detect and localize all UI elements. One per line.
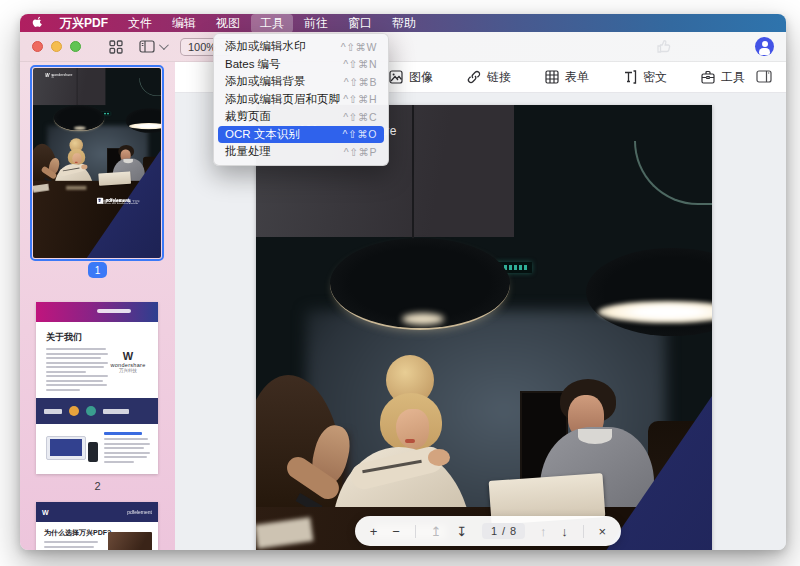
page-navigation-toolbar: + − ↥ ↧ 1 / 8 ↑ ↓ × (355, 516, 621, 546)
document-page-1: W wondershare 创想 pdfelement 专业版 The Comp… (256, 105, 712, 550)
account-avatar[interactable] (755, 37, 774, 56)
photo-lamp-cable-curve (634, 141, 712, 205)
menu-item-watermark[interactable]: 添加或编辑水印 ^⇧⌘W (218, 38, 384, 56)
blue-subheading-placeholder (104, 432, 142, 435)
menu-item-ocr[interactable]: OCR 文本识别 ^⇧⌘O (218, 126, 384, 144)
menubar-item-help[interactable]: 帮助 (383, 14, 425, 33)
page-thumbnail-2[interactable]: 关于我们 W wondershare 万兴科技 (36, 302, 158, 474)
menu-item-shortcut: ^⇧⌘C (343, 111, 377, 123)
photo-woman1-hand (428, 449, 450, 466)
last-page-button[interactable]: ↧ (456, 524, 467, 539)
page-indicator[interactable]: 1 / 8 (482, 523, 525, 539)
zoom-out-button[interactable]: − (392, 524, 400, 539)
photo-man-collar (123, 159, 133, 163)
partner-logo (44, 409, 62, 414)
toolbar-item-image[interactable]: 图像 (389, 69, 433, 86)
photo-lamp-cable (412, 105, 414, 241)
w-mark: W (42, 509, 49, 516)
zoom-level-value: 100% (188, 41, 216, 53)
menu-item-shortcut: ^⇧⌘H (343, 93, 377, 105)
divider (415, 525, 416, 538)
menubar-item-appname[interactable]: 万兴PDF (51, 14, 117, 33)
first-page-button[interactable]: ↥ (430, 524, 441, 539)
photo-lamp-glow-left (402, 313, 444, 325)
menubar-item-view[interactable]: 视图 (207, 14, 249, 33)
feedback-icon[interactable] (656, 39, 671, 54)
page-thumbnail-3[interactable]: W pdfelement 为什么选择万兴PDF? (36, 502, 158, 550)
page2-heading: 关于我们 (46, 331, 158, 344)
menu-item-batch[interactable]: 批量处理 ^⇧⌘P (218, 143, 384, 161)
avatar-person-icon (762, 41, 768, 47)
redact-icon (623, 70, 637, 84)
page1-photo: W wondershare 创想 pdfelement 专业版 The Comp… (33, 68, 161, 258)
menu-item-background[interactable]: 添加或编辑背景 ^⇧⌘B (218, 73, 384, 91)
sidebar-panel-toggle[interactable] (139, 40, 166, 53)
menubar-item-window[interactable]: 窗口 (339, 14, 381, 33)
toolbar-item-tools[interactable]: 工具 (701, 69, 745, 86)
photo-man-collar (578, 429, 612, 444)
thumb1-photo-slot: W wondershare 创想 pdfelement 专业版 The Comp… (33, 68, 161, 258)
photo-papers (66, 186, 86, 190)
avatar-person-body (759, 48, 770, 55)
photo-woman1-hand (81, 165, 87, 170)
toolbar-label: 链接 (487, 69, 511, 86)
photo-laptop (98, 171, 131, 186)
page-number-badge-1: 1 (88, 262, 107, 278)
page-thumbnail-1[interactable]: W wondershare 创想 pdfelement 专业版 The Comp… (33, 68, 161, 258)
toolbar-item-form[interactable]: 表单 (545, 69, 589, 86)
menu-item-bates[interactable]: Bates 编号 ^⇧⌘N (218, 56, 384, 74)
page2-partner-band (36, 398, 158, 424)
w-mark: W (106, 350, 150, 362)
page2-banner (36, 302, 158, 322)
badge-circle-teal (86, 406, 96, 416)
close-window-button[interactable] (32, 41, 43, 52)
apple-menu-icon[interactable] (32, 16, 45, 30)
menu-item-shortcut: ^⇧⌘O (343, 128, 377, 140)
menu-item-crop[interactable]: 裁剪页面 ^⇧⌘C (218, 108, 384, 126)
menu-item-label: 添加或编辑背景 (225, 74, 306, 89)
photo-lamp-glow-right (129, 123, 161, 129)
previous-page-button[interactable]: ↑ (540, 524, 547, 539)
close-pager-button[interactable]: × (598, 524, 606, 539)
toolbox-icon (701, 70, 715, 84)
divider (583, 525, 584, 538)
toolbar-item-redact[interactable]: 密文 (623, 69, 667, 86)
menubar-item-file[interactable]: 文件 (119, 14, 161, 33)
page1-wondershare-logo: W wondershare 创想 (45, 74, 51, 78)
brand-name: wondershare (52, 74, 73, 77)
total-pages: 8 (510, 525, 516, 537)
image-icon (389, 70, 403, 84)
next-page-button[interactable]: ↓ (561, 524, 568, 539)
thumbnail-grid-icon[interactable] (109, 40, 123, 54)
menu-item-shortcut: ^⇧⌘B (344, 76, 377, 88)
toolbar-item-link[interactable]: 链接 (467, 69, 511, 86)
photo-lamp-glow-left (74, 126, 86, 129)
page-thumbnails-sidebar: W wondershare 创想 pdfelement 专业版 The Comp… (20, 62, 175, 550)
page2-wondershare-logo: W wondershare 万兴科技 (106, 350, 150, 373)
right-panel-toggle[interactable] (756, 70, 772, 83)
page-number-label-2: 2 (20, 480, 175, 492)
page2-text-block (46, 348, 108, 391)
menu-item-label: 批量处理 (225, 144, 271, 159)
badge-circle-orange (69, 406, 79, 416)
menu-item-label: 添加或编辑水印 (225, 39, 306, 54)
menu-item-header-footer[interactable]: 添加或编辑页眉和页脚 ^⇧⌘H (218, 91, 384, 109)
menubar-item-tools[interactable]: 工具 (251, 14, 293, 33)
photo-woman1-lips (75, 162, 78, 163)
toolbar-label: 表单 (565, 69, 589, 86)
pdfelement-logo-text: pdfelement (127, 509, 152, 515)
menu-item-label: 添加或编辑页眉和页脚 (225, 92, 340, 107)
page3-header-band: W pdfelement (36, 502, 158, 522)
title-bar: 100% (20, 32, 786, 62)
w-mark: W (45, 74, 49, 78)
minimize-window-button[interactable] (51, 41, 62, 52)
zoom-window-button[interactable] (70, 41, 81, 52)
toolbar-label: 密文 (643, 69, 667, 86)
menubar-item-edit[interactable]: 编辑 (163, 14, 205, 33)
phone-graphic (88, 442, 98, 462)
menubar-item-go[interactable]: 前往 (295, 14, 337, 33)
zoom-in-button[interactable]: + (370, 524, 378, 539)
toolbar-label: 工具 (721, 69, 745, 86)
menu-item-label: OCR 文本识别 (225, 127, 300, 142)
page-separator: / (502, 525, 505, 537)
